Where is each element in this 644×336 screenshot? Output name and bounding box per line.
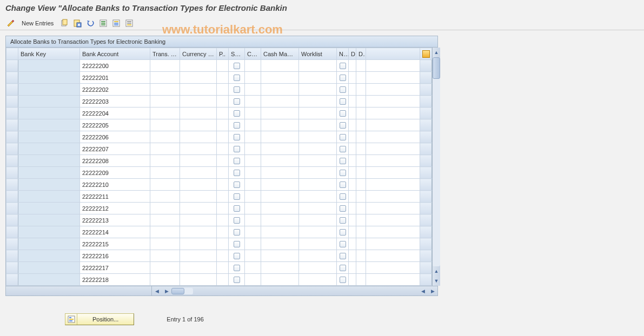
cell-n[interactable] xyxy=(337,203,349,214)
cell-su[interactable] xyxy=(229,131,245,143)
cell-n[interactable] xyxy=(337,238,349,250)
table-row[interactable]: 22222208 xyxy=(6,155,432,167)
cell-su[interactable] xyxy=(229,238,245,250)
cell-currency[interactable] xyxy=(180,96,217,107)
undo-change-icon[interactable] xyxy=(85,18,96,29)
select-all-icon[interactable] xyxy=(98,18,109,29)
cell-p[interactable] xyxy=(217,131,229,143)
cell-co[interactable] xyxy=(245,60,261,72)
table-row[interactable]: 22222200 xyxy=(6,60,432,72)
cell-bank-key[interactable] xyxy=(18,131,80,143)
cell-su[interactable] xyxy=(229,155,245,167)
cell-currency[interactable] xyxy=(180,250,217,262)
cell-trans-type[interactable] xyxy=(150,238,180,250)
checkbox-icon[interactable] xyxy=(234,182,240,188)
cell-d1[interactable] xyxy=(349,214,356,226)
cell-trans-type[interactable] xyxy=(150,214,180,226)
cell-worklist[interactable] xyxy=(299,226,337,238)
cell-n[interactable] xyxy=(337,107,349,119)
cell-trans-type[interactable] xyxy=(150,131,180,143)
cell-currency[interactable] xyxy=(180,60,217,72)
cell-trans-type[interactable] xyxy=(150,179,180,191)
cell-su[interactable] xyxy=(229,191,245,203)
checkbox-icon[interactable] xyxy=(340,265,346,271)
cell-co[interactable] xyxy=(245,96,261,107)
cell-su[interactable] xyxy=(229,143,245,155)
cell-cash-mana[interactable] xyxy=(261,155,299,167)
cell-d2[interactable] xyxy=(356,238,366,250)
cell-d2[interactable] xyxy=(356,203,366,214)
table-row[interactable]: 22222212 xyxy=(6,203,432,214)
cell-bank-account[interactable]: 22222210 xyxy=(80,179,150,191)
checkbox-icon[interactable] xyxy=(340,241,346,247)
cell-currency[interactable] xyxy=(180,84,217,96)
cell-n[interactable] xyxy=(337,274,349,286)
cell-bank-key[interactable] xyxy=(18,167,80,179)
cell-d1[interactable] xyxy=(349,167,356,179)
scroll-track[interactable] xyxy=(433,57,440,266)
cell-bank-account[interactable]: 22222214 xyxy=(80,226,150,238)
cell-n[interactable] xyxy=(337,84,349,96)
cell-cash-mana[interactable] xyxy=(261,167,299,179)
scroll-thumb[interactable] xyxy=(433,57,440,79)
table-row[interactable]: 22222203 xyxy=(6,96,432,107)
cell-d2[interactable] xyxy=(356,107,366,119)
cell-p[interactable] xyxy=(217,226,229,238)
table-row[interactable]: 22222204 xyxy=(6,107,432,119)
cell-n[interactable] xyxy=(337,119,349,131)
table-row[interactable]: 22222210 xyxy=(6,179,432,191)
checkbox-icon[interactable] xyxy=(340,170,346,176)
table-row[interactable]: 22222205 xyxy=(6,119,432,131)
cell-currency[interactable] xyxy=(180,167,217,179)
cell-n[interactable] xyxy=(337,131,349,143)
scroll-left-arrow[interactable]: ◀ xyxy=(153,287,161,295)
cell-n[interactable] xyxy=(337,96,349,107)
table-row[interactable]: 22222218 xyxy=(6,274,432,286)
copy-as-icon[interactable] xyxy=(59,18,70,29)
cell-co[interactable] xyxy=(245,179,261,191)
checkbox-icon[interactable] xyxy=(234,253,240,259)
cell-co[interactable] xyxy=(245,143,261,155)
checkbox-icon[interactable] xyxy=(234,170,240,176)
checkbox-icon[interactable] xyxy=(234,134,240,140)
col-trans-type[interactable]: Trans. t... xyxy=(150,48,180,60)
cell-bank-key[interactable] xyxy=(18,60,80,72)
checkbox-icon[interactable] xyxy=(340,110,346,117)
col-cash-mana[interactable]: Cash Mana... xyxy=(261,48,299,60)
cell-su[interactable] xyxy=(229,250,245,262)
cell-p[interactable] xyxy=(217,167,229,179)
cell-bank-account[interactable]: 22222212 xyxy=(80,203,150,214)
cell-d2[interactable] xyxy=(356,84,366,96)
row-selector[interactable] xyxy=(6,262,18,274)
cell-bank-key[interactable] xyxy=(18,155,80,167)
checkbox-icon[interactable] xyxy=(234,110,240,117)
checkbox-icon[interactable] xyxy=(340,86,346,93)
cell-trans-type[interactable] xyxy=(150,96,180,107)
cell-d2[interactable] xyxy=(356,262,366,274)
cell-cash-mana[interactable] xyxy=(261,84,299,96)
cell-n[interactable] xyxy=(337,262,349,274)
cell-d1[interactable] xyxy=(349,203,356,214)
table-row[interactable]: 22222213 xyxy=(6,214,432,226)
checkbox-icon[interactable] xyxy=(234,205,240,212)
checkbox-icon[interactable] xyxy=(234,98,240,105)
cell-d1[interactable] xyxy=(349,179,356,191)
col-n[interactable]: N.. xyxy=(337,48,349,60)
cell-trans-type[interactable] xyxy=(150,107,180,119)
cell-worklist[interactable] xyxy=(299,203,337,214)
cell-trans-type[interactable] xyxy=(150,250,180,262)
table-row[interactable]: 22222209 xyxy=(6,167,432,179)
cell-trans-type[interactable] xyxy=(150,60,180,72)
cell-p[interactable] xyxy=(217,60,229,72)
cell-bank-key[interactable] xyxy=(18,72,80,84)
cell-bank-account[interactable]: 22222207 xyxy=(80,143,150,155)
cell-d1[interactable] xyxy=(349,143,356,155)
scroll-up-arrow[interactable]: ▲ xyxy=(433,49,440,56)
cell-bank-account[interactable]: 22222200 xyxy=(80,60,150,72)
col-bank-key[interactable]: Bank Key xyxy=(18,48,80,60)
checkbox-icon[interactable] xyxy=(234,241,240,247)
cell-su[interactable] xyxy=(229,262,245,274)
cell-cash-mana[interactable] xyxy=(261,203,299,214)
cell-d2[interactable] xyxy=(356,60,366,72)
cell-d2[interactable] xyxy=(356,214,366,226)
